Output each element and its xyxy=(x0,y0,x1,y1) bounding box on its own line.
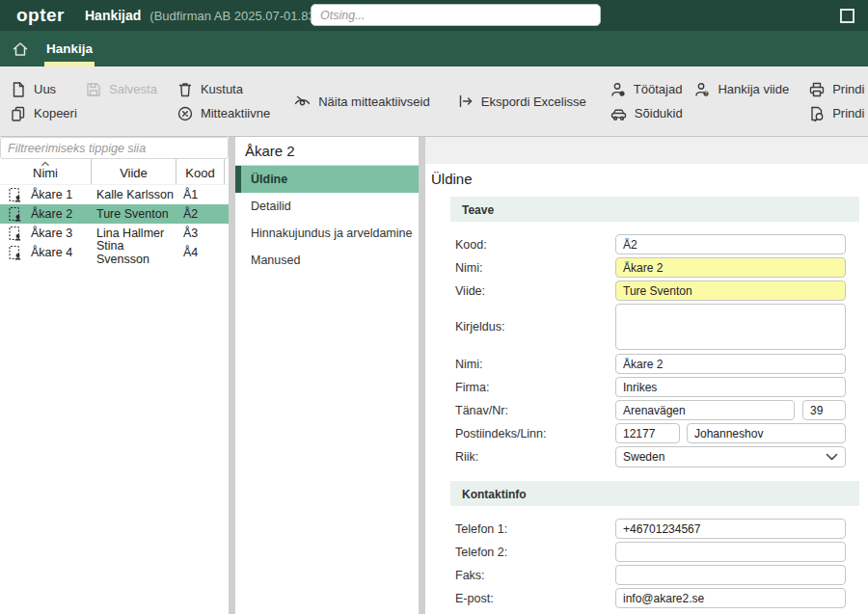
toolbar-group-record: Uus Salvesta Kopeeri xyxy=(0,67,167,136)
tab-label: Hankija xyxy=(46,41,93,56)
circle-x-icon xyxy=(176,105,194,122)
kirjeldus-field[interactable] xyxy=(615,304,846,350)
section-nav-panel: Åkare 2 Üldine Detailid Hinnakujundus ja… xyxy=(235,137,419,614)
inactive-button[interactable]: Mitteaktiivne xyxy=(176,105,270,122)
field-label: Nimi: xyxy=(455,261,615,275)
field-row-kood: Kood: xyxy=(455,234,859,254)
supplier-doc-icon xyxy=(8,187,23,203)
field-label: Firma: xyxy=(455,381,615,394)
tab-bar: Hankija xyxy=(0,31,868,67)
street-field[interactable] xyxy=(615,400,795,420)
faks-field[interactable] xyxy=(615,565,846,585)
field-row-kirjeldus: Kirjeldus: xyxy=(455,304,859,350)
search-input[interactable] xyxy=(311,4,601,26)
column-header-kood[interactable]: Kood xyxy=(176,159,225,184)
window-controls xyxy=(811,0,854,31)
new-document-icon xyxy=(10,81,27,98)
copy-button[interactable]: Kopeeri xyxy=(10,105,77,122)
person-question-icon: ? xyxy=(693,81,711,98)
supplier-doc-icon xyxy=(8,226,23,242)
field-label: Viide: xyxy=(455,284,615,298)
nav-item-detailid[interactable]: Detailid xyxy=(235,193,419,220)
city-field[interactable] xyxy=(687,423,846,443)
field-row-postiindeks: Postiindeks/Linn: xyxy=(455,423,859,443)
field-row-nimi: Nimi: xyxy=(455,354,859,374)
field-label: Telefon 1: xyxy=(455,522,615,536)
nav-item-manused[interactable]: Manused xyxy=(235,247,419,274)
detail-form-panel: Üldine Teave Kood: Nimi: Viide: Kirjeldu… xyxy=(425,137,868,614)
tab-hankija[interactable]: Hankija xyxy=(44,31,95,67)
telefon1-field[interactable] xyxy=(615,519,846,539)
column-header-viide[interactable]: Viide xyxy=(92,159,176,184)
print-button[interactable]: Prindi xyxy=(808,81,864,98)
tab-active-underline xyxy=(44,62,95,67)
table-row-selected[interactable]: Åkare 2 Ture Sventon Å2 xyxy=(0,204,229,224)
telefon2-field[interactable] xyxy=(615,542,846,562)
field-label: Kirjeldus: xyxy=(455,320,615,334)
toolbar-group-export: Ekspordi Excelisse xyxy=(444,67,600,136)
save-icon xyxy=(85,81,102,98)
field-row-nimi-top: Nimi: xyxy=(455,257,859,278)
table-row[interactable]: Åkare 4 Stina Svensson Å4 xyxy=(0,243,229,262)
kood-field[interactable] xyxy=(615,234,846,254)
record-title: Åkare 2 xyxy=(235,137,419,166)
employees-button[interactable]: Töötajad xyxy=(610,81,683,98)
copy-icon xyxy=(10,105,27,122)
table-row[interactable]: Åkare 1 Kalle Karlsson Å1 xyxy=(0,185,229,204)
app-window: opter Hankijad (Budfirman AB 2025.07-01.… xyxy=(0,0,868,614)
toolbar-group-print: Prindi Prindi eelvaade xyxy=(799,67,868,136)
field-row-faks: Faks: xyxy=(455,565,859,585)
field-label: Nimi: xyxy=(455,358,615,371)
field-label: Telefon 2: xyxy=(455,546,615,559)
supplier-doc-icon xyxy=(8,206,23,223)
export-excel-button[interactable]: Ekspordi Excelisse xyxy=(457,93,586,110)
field-row-telefon1: Telefon 1: xyxy=(455,519,859,539)
car-icon xyxy=(610,105,628,122)
print-preview-button[interactable]: Prindi eelvaade xyxy=(808,105,868,122)
field-row-firma: Firma: xyxy=(455,377,859,397)
zip-field[interactable] xyxy=(615,423,680,443)
viide-field[interactable] xyxy=(615,280,846,301)
save-button[interactable]: Salvesta xyxy=(85,81,157,98)
field-label: Tänav/Nr: xyxy=(455,404,615,417)
panel-splitter[interactable] xyxy=(419,137,425,614)
section-header-teave: Teave xyxy=(450,197,859,222)
nav-item-uldine[interactable]: Üldine xyxy=(235,166,419,193)
person-badge-icon xyxy=(610,81,627,98)
filter-input[interactable] xyxy=(0,137,229,159)
section-header-kontaktinfo: Kontaktinfo xyxy=(450,481,859,506)
epost-field[interactable] xyxy=(615,588,846,608)
show-inactive-button[interactable]: Näita mitteaktiivseid xyxy=(293,93,430,110)
country-select[interactable]: Sweden xyxy=(615,446,846,467)
printer-icon xyxy=(808,81,826,98)
panel-splitter[interactable] xyxy=(229,137,235,614)
version-text: (Budfirman AB 2025.07-01.836) xyxy=(149,9,326,23)
street-number-field[interactable] xyxy=(802,400,846,420)
form-top-strip xyxy=(425,137,868,164)
nimi2-field[interactable] xyxy=(615,354,846,374)
toolbar: Uus Salvesta Kopeeri Kustuta xyxy=(0,67,868,137)
nimi-field[interactable] xyxy=(615,257,846,278)
nav-item-hinnakujundus[interactable]: Hinnakujundus ja arveldamine xyxy=(235,220,419,247)
home-icon[interactable] xyxy=(11,40,30,59)
field-row-riik: Riik: Sweden xyxy=(455,446,859,467)
export-arrow-icon xyxy=(457,93,475,110)
maximize-icon xyxy=(840,9,854,23)
toolbar-group-show-inactive: Näita mitteaktiivseid xyxy=(280,67,444,136)
new-button[interactable]: Uus xyxy=(10,81,69,98)
supplier-reference-button[interactable]: ? Hankija viide xyxy=(693,81,789,98)
field-row-telefon2: Telefon 2: xyxy=(455,542,859,562)
form-heading: Üldine xyxy=(431,171,859,187)
supplier-list-panel: Nimi Viide Kood Åkare 1 Kalle Karlsson Å… xyxy=(0,137,229,614)
firma-field[interactable] xyxy=(615,377,846,397)
delete-button[interactable]: Kustuta xyxy=(176,81,243,98)
eye-off-icon xyxy=(293,93,312,110)
toolbar-group-related: Töötajad ? Hankija viide Sõidukid xyxy=(600,67,799,136)
field-label: Faks: xyxy=(455,569,615,582)
maximize-button[interactable] xyxy=(840,9,854,23)
field-label: Postiindeks/Linn: xyxy=(455,427,615,440)
column-header-nimi[interactable]: Nimi xyxy=(0,159,92,184)
main-area: Nimi Viide Kood Åkare 1 Kalle Karlsson Å… xyxy=(0,137,868,614)
field-row-tanav: Tänav/Nr: xyxy=(455,400,859,420)
vehicles-button[interactable]: Sõidukid xyxy=(610,105,683,122)
